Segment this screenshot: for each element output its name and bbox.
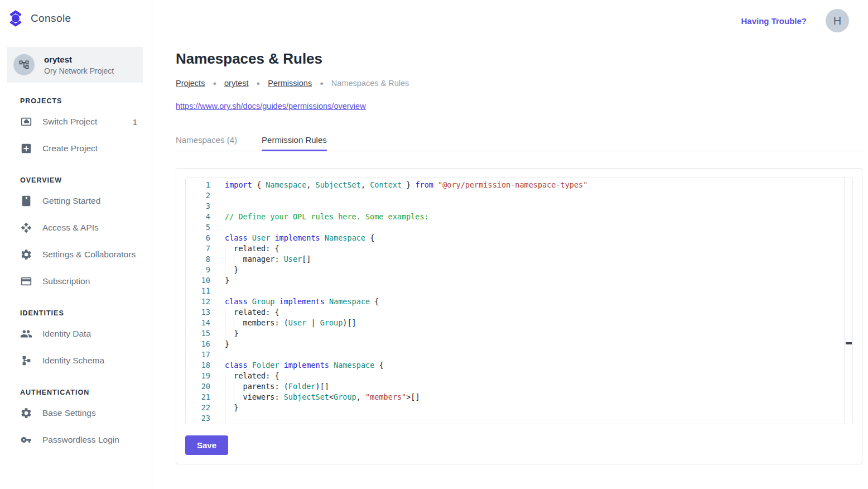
sidebar-item-passwordless-login[interactable]: Passwordless Login [0,426,152,453]
page-title: Namespaces & Rules [176,50,862,68]
app: Console orytest Ory Network Project PROJ… [0,0,868,489]
gear-icon [20,407,32,419]
line-number: 9 [186,265,210,275]
topbar: Having Trouble? H [176,0,862,41]
code-line: 10} [186,275,844,286]
line-number: 1 [186,180,210,190]
code-area[interactable]: 1import { Namespace, SubjectSet, Context… [186,179,844,424]
sidebar-section-overview: OVERVIEWGetting StartedAccess & APIsSett… [0,176,152,295]
sidebar: Console orytest Ory Network Project PROJ… [0,0,152,489]
line-number: 23 [186,413,210,424]
tab-namespaces-4-[interactable]: Namespaces (4) [176,135,237,151]
code-token [325,297,329,306]
line-number: 20 [186,381,210,392]
code-line: 19 related: { [186,371,844,381]
breadcrumb-item-projects[interactable]: Projects [176,79,205,88]
code-token: } [225,265,238,274]
section-header: PROJECTS [0,97,152,105]
sidebar-item-settings-collaborators[interactable]: Settings & Collaborators [0,241,152,268]
indent-guide [225,265,225,275]
line-number: 3 [186,201,210,212]
code-token: Namespace [325,233,365,242]
sidebar-item-base-settings[interactable]: Base Settings [0,400,152,426]
code-token: implements [279,297,325,306]
section-header: AUTHENTICATION [0,389,152,396]
code-line: 11 [186,286,844,296]
tab-permission-rules[interactable]: Permission Rules [262,135,327,151]
code-line: 13 related: { [186,307,844,318]
code-token: { [252,180,266,189]
line-number: 4 [186,212,210,222]
indent-guide [234,254,234,265]
sidebar-item-switch-project[interactable]: Switch Project1 [0,108,152,135]
having-trouble-link[interactable]: Having Trouble? [741,16,807,26]
sidebar-item-label: Settings & Collaborators [42,250,137,260]
sidebar-item-identity-data[interactable]: Identity Data [0,320,152,347]
project-selector[interactable]: orytest Ory Network Project [7,47,143,83]
sidebar-item-create-project[interactable]: Create Project [0,135,152,162]
sidebar-item-label: Getting Started [42,196,137,206]
sidebar-item-access-apis[interactable]: Access & APIs [0,214,152,241]
indent-guide [225,424,225,424]
sidebar-item-label: Create Project [42,143,137,154]
tab-bar: Namespaces (4)Permission Rules [176,135,862,151]
code-line: 1import { Namespace, SubjectSet, Context… [186,180,844,190]
line-number: 15 [186,328,210,339]
code-line: 20 parents: (Folder)[] [186,381,844,392]
project-avatar-account-tree-icon [13,54,35,75]
user-avatar[interactable]: H [826,9,849,32]
indent-guide [234,392,234,402]
line-number: 16 [186,339,210,349]
line-number: 24 [186,424,210,424]
breadcrumb-item-permissions[interactable]: Permissions [268,79,312,88]
line-number: 7 [186,243,210,254]
code-token [279,361,284,370]
docs-link[interactable]: https://www.ory.sh/docs/guides/permissio… [176,102,366,111]
code-token: } [225,339,229,348]
code-token [248,361,252,370]
breadcrumb-separator: ● [213,80,216,87]
save-button[interactable]: Save [185,435,228,455]
code-token: Namespace [334,361,374,370]
code-editor[interactable]: 1import { Namespace, SubjectSet, Context… [185,178,853,424]
line-number: 22 [186,402,210,413]
project-name: orytest [44,55,114,64]
indent-guide [225,328,225,339]
code-line: 9 } [186,265,844,275]
breadcrumb-item-namespaces-rules: Namespaces & Rules [331,79,409,88]
code-token: )[] [316,382,329,391]
sidebar-item-label: Passwordless Login [42,435,137,445]
code-token: [] [302,255,311,263]
code-token: { [365,233,374,242]
section-header: IDENTITIES [0,309,152,317]
code-token: class [225,233,248,242]
code-token: Group [252,297,275,306]
brand[interactable]: Console [0,0,152,27]
line-number: 18 [186,360,210,371]
sidebar-item-subscription[interactable]: Subscription [0,268,152,295]
code-line: 21 viewers: SubjectSet<Group, "members">… [186,392,844,402]
code-token: import [225,180,252,189]
code-token: )[] [343,318,356,327]
code-token: class [225,361,248,370]
indent-guide [225,371,225,381]
line-number: 11 [186,286,210,296]
code-line: 3 [186,201,844,212]
line-number: 19 [186,371,210,381]
line-number: 6 [186,233,210,243]
sidebar-item-identity-schema[interactable]: Identity Schema [0,347,152,374]
add-box-icon [20,142,32,155]
code-token: from [415,180,433,189]
code-token: Group [320,318,343,327]
code-token: } [225,403,238,412]
breadcrumb-item-orytest[interactable]: orytest [224,79,249,88]
code-line: 24 permits = { [186,424,844,424]
code-line: 8 manager: User[] [186,254,844,265]
editor-scrollbar[interactable] [844,178,852,424]
line-number: 8 [186,254,210,265]
code-token: User [288,318,307,327]
line-number: 13 [186,307,210,318]
code-token: Namespace [329,297,370,306]
rules-card: 1import { Namespace, SubjectSet, Context… [176,168,862,464]
sidebar-item-getting-started[interactable]: Getting Started [0,188,152,214]
